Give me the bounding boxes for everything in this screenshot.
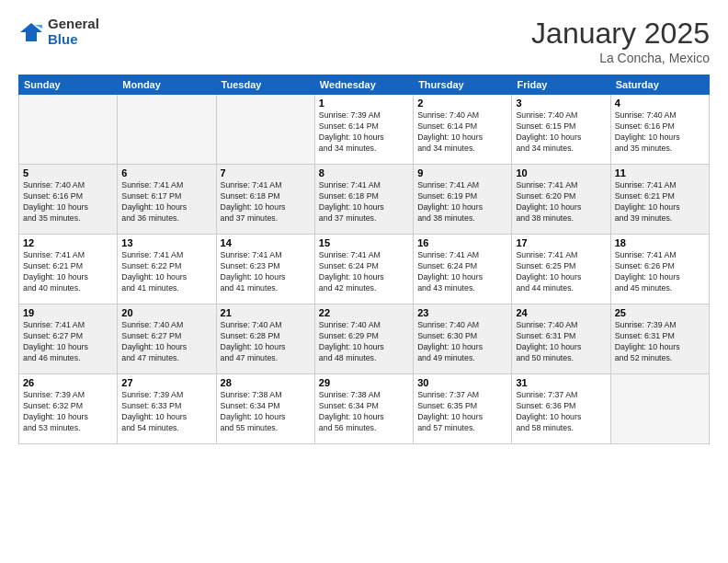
day-info: Sunrise: 7:39 AM Sunset: 6:14 PM Dayligh… [319,110,409,155]
calendar-cell: 15Sunrise: 7:41 AM Sunset: 6:24 PM Dayli… [314,235,413,304]
day-info: Sunrise: 7:41 AM Sunset: 6:18 PM Dayligh… [221,180,311,224]
calendar-header-monday: Monday [118,75,216,95]
calendar-cell: 22Sunrise: 7:40 AM Sunset: 6:29 PM Dayli… [314,304,413,374]
day-info: Sunrise: 7:37 AM Sunset: 6:36 PM Dayligh… [516,390,606,434]
calendar-cell: 8Sunrise: 7:41 AM Sunset: 6:18 PM Daylig… [314,165,413,235]
day-number: 7 [221,167,311,178]
day-info: Sunrise: 7:41 AM Sunset: 6:24 PM Dayligh… [417,250,507,294]
day-info: Sunrise: 7:41 AM Sunset: 6:25 PM Dayligh… [516,250,606,294]
calendar-header-row: SundayMondayTuesdayWednesdayThursdayFrid… [19,75,710,95]
day-number: 16 [417,237,507,248]
logo-icon [18,19,44,45]
calendar-cell: 31Sunrise: 7:37 AM Sunset: 6:36 PM Dayli… [512,374,610,444]
day-number: 9 [417,167,507,178]
calendar-cell: 19Sunrise: 7:41 AM Sunset: 6:27 PM Dayli… [19,304,118,374]
day-number: 1 [319,98,409,109]
day-info: Sunrise: 7:41 AM Sunset: 6:19 PM Dayligh… [417,180,507,224]
day-number: 3 [516,98,606,109]
day-info: Sunrise: 7:41 AM Sunset: 6:24 PM Dayligh… [319,250,409,294]
calendar: SundayMondayTuesdayWednesdayThursdayFrid… [18,75,710,444]
day-info: Sunrise: 7:40 AM Sunset: 6:29 PM Dayligh… [319,320,409,364]
day-number: 5 [23,167,113,178]
day-info: Sunrise: 7:38 AM Sunset: 6:34 PM Dayligh… [319,390,409,434]
calendar-week-row: 5Sunrise: 7:40 AM Sunset: 6:16 PM Daylig… [19,165,710,235]
calendar-week-row: 1Sunrise: 7:39 AM Sunset: 6:14 PM Daylig… [19,95,710,165]
day-info: Sunrise: 7:40 AM Sunset: 6:14 PM Dayligh… [417,110,507,155]
day-info: Sunrise: 7:41 AM Sunset: 6:21 PM Dayligh… [23,250,113,294]
day-number: 14 [221,237,311,248]
day-number: 11 [615,167,705,178]
calendar-cell: 6Sunrise: 7:41 AM Sunset: 6:17 PM Daylig… [118,165,216,235]
calendar-cell: 12Sunrise: 7:41 AM Sunset: 6:21 PM Dayli… [19,235,118,304]
day-number: 30 [417,377,507,388]
day-number: 2 [417,98,507,109]
calendar-cell: 21Sunrise: 7:40 AM Sunset: 6:28 PM Dayli… [216,304,314,374]
day-info: Sunrise: 7:41 AM Sunset: 6:22 PM Dayligh… [121,250,211,294]
calendar-cell: 1Sunrise: 7:39 AM Sunset: 6:14 PM Daylig… [314,95,413,165]
day-number: 28 [221,377,311,388]
calendar-cell: 10Sunrise: 7:41 AM Sunset: 6:20 PM Dayli… [512,165,610,235]
calendar-cell: 24Sunrise: 7:40 AM Sunset: 6:31 PM Dayli… [512,304,610,374]
calendar-header-sunday: Sunday [19,75,118,95]
day-number: 19 [23,307,113,318]
calendar-cell [216,95,314,165]
calendar-cell: 16Sunrise: 7:41 AM Sunset: 6:24 PM Dayli… [414,235,512,304]
calendar-cell: 27Sunrise: 7:39 AM Sunset: 6:33 PM Dayli… [118,374,216,444]
day-info: Sunrise: 7:41 AM Sunset: 6:21 PM Dayligh… [615,180,705,224]
calendar-cell [610,374,709,444]
calendar-cell: 13Sunrise: 7:41 AM Sunset: 6:22 PM Dayli… [118,235,216,304]
day-info: Sunrise: 7:40 AM Sunset: 6:16 PM Dayligh… [23,180,113,224]
day-info: Sunrise: 7:39 AM Sunset: 6:32 PM Dayligh… [23,390,113,434]
day-number: 27 [121,377,211,388]
day-info: Sunrise: 7:39 AM Sunset: 6:33 PM Dayligh… [121,390,211,434]
calendar-cell: 11Sunrise: 7:41 AM Sunset: 6:21 PM Dayli… [610,165,709,235]
calendar-cell: 25Sunrise: 7:39 AM Sunset: 6:31 PM Dayli… [610,304,709,374]
day-number: 29 [319,377,409,388]
header: General Blue January 2025 La Concha, Mex… [18,17,710,65]
calendar-cell: 30Sunrise: 7:37 AM Sunset: 6:35 PM Dayli… [414,374,512,444]
day-number: 17 [516,237,606,248]
day-info: Sunrise: 7:41 AM Sunset: 6:17 PM Dayligh… [121,180,211,224]
day-number: 10 [516,167,606,178]
calendar-cell: 26Sunrise: 7:39 AM Sunset: 6:32 PM Dayli… [19,374,118,444]
calendar-header-friday: Friday [512,75,610,95]
day-info: Sunrise: 7:37 AM Sunset: 6:35 PM Dayligh… [417,390,507,434]
day-info: Sunrise: 7:40 AM Sunset: 6:15 PM Dayligh… [516,110,606,155]
day-info: Sunrise: 7:38 AM Sunset: 6:34 PM Dayligh… [221,390,311,434]
calendar-cell: 18Sunrise: 7:41 AM Sunset: 6:26 PM Dayli… [610,235,709,304]
day-number: 18 [615,237,705,248]
day-info: Sunrise: 7:41 AM Sunset: 6:23 PM Dayligh… [221,250,311,294]
logo-blue: Blue [48,31,78,47]
day-info: Sunrise: 7:41 AM Sunset: 6:27 PM Dayligh… [23,320,113,364]
day-number: 22 [319,307,409,318]
calendar-cell: 7Sunrise: 7:41 AM Sunset: 6:18 PM Daylig… [216,165,314,235]
day-number: 24 [516,307,606,318]
logo-general: General [48,16,99,31]
day-info: Sunrise: 7:40 AM Sunset: 6:31 PM Dayligh… [516,320,606,364]
day-number: 15 [319,237,409,248]
day-info: Sunrise: 7:41 AM Sunset: 6:18 PM Dayligh… [319,180,409,224]
calendar-cell: 17Sunrise: 7:41 AM Sunset: 6:25 PM Dayli… [512,235,610,304]
calendar-week-row: 19Sunrise: 7:41 AM Sunset: 6:27 PM Dayli… [19,304,710,374]
calendar-cell: 14Sunrise: 7:41 AM Sunset: 6:23 PM Dayli… [216,235,314,304]
calendar-cell [19,95,118,165]
calendar-cell: 2Sunrise: 7:40 AM Sunset: 6:14 PM Daylig… [414,95,512,165]
calendar-cell: 20Sunrise: 7:40 AM Sunset: 6:27 PM Dayli… [118,304,216,374]
calendar-header-saturday: Saturday [610,75,709,95]
calendar-cell: 23Sunrise: 7:40 AM Sunset: 6:30 PM Dayli… [414,304,512,374]
logo-text: General Blue [48,17,99,47]
calendar-header-thursday: Thursday [414,75,512,95]
day-number: 21 [221,307,311,318]
month-title: January 2025 [531,17,710,51]
day-info: Sunrise: 7:40 AM Sunset: 6:28 PM Dayligh… [221,320,311,364]
day-number: 23 [417,307,507,318]
day-info: Sunrise: 7:40 AM Sunset: 6:30 PM Dayligh… [417,320,507,364]
day-info: Sunrise: 7:39 AM Sunset: 6:31 PM Dayligh… [615,320,705,364]
day-info: Sunrise: 7:40 AM Sunset: 6:16 PM Dayligh… [615,110,705,155]
calendar-header-tuesday: Tuesday [216,75,314,95]
calendar-week-row: 26Sunrise: 7:39 AM Sunset: 6:32 PM Dayli… [19,374,710,444]
calendar-cell: 29Sunrise: 7:38 AM Sunset: 6:34 PM Dayli… [314,374,413,444]
day-number: 13 [121,237,211,248]
calendar-cell: 5Sunrise: 7:40 AM Sunset: 6:16 PM Daylig… [19,165,118,235]
calendar-week-row: 12Sunrise: 7:41 AM Sunset: 6:21 PM Dayli… [19,235,710,304]
